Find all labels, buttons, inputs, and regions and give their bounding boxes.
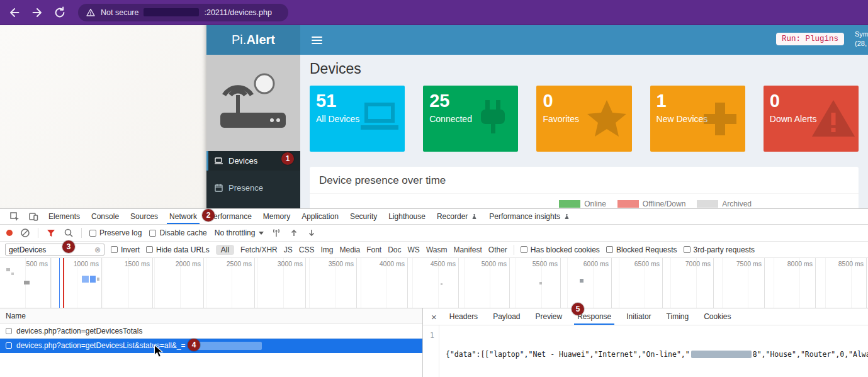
invert-checkbox[interactable]: Invert bbox=[111, 245, 140, 254]
tab-cookies[interactable]: Cookies bbox=[697, 309, 738, 324]
network-conditions-icon[interactable] bbox=[271, 228, 281, 238]
request-row-selected[interactable]: devices.php?action=getDevicesList&status… bbox=[0, 339, 422, 353]
card-new-devices[interactable]: 1 New Devices bbox=[650, 86, 745, 152]
filter-type-chip[interactable]: Doc bbox=[388, 245, 401, 254]
address-bar[interactable]: Not secure :20211/devices.php bbox=[78, 4, 288, 21]
network-activity-mark bbox=[97, 278, 99, 281]
annotation-step-2: 2 bbox=[202, 209, 215, 222]
card-all-devices[interactable]: 51 All Devices bbox=[310, 86, 405, 152]
checkbox-box[interactable] bbox=[521, 246, 527, 253]
clear-icon[interactable] bbox=[20, 228, 30, 238]
legend-online: Online bbox=[559, 200, 606, 208]
devtools-panel: Elements Console Sources Network Perform… bbox=[0, 208, 868, 377]
request-doc-icon bbox=[6, 342, 12, 349]
filter-type-chip[interactable]: WS bbox=[408, 245, 420, 254]
chevron-down-icon bbox=[259, 232, 264, 235]
request-row[interactable]: devices.php?action=getDevicesTotals bbox=[0, 324, 422, 339]
line-number: 1 bbox=[423, 325, 439, 377]
filter-input[interactable] bbox=[9, 245, 92, 254]
network-activity-mark bbox=[6, 268, 10, 271]
checkbox-box[interactable] bbox=[111, 246, 118, 253]
card-connected[interactable]: 25 Connected bbox=[423, 86, 518, 152]
laptop-icon bbox=[357, 96, 402, 142]
filter-icon[interactable] bbox=[46, 228, 56, 238]
checkbox-box[interactable] bbox=[606, 246, 613, 253]
filter-type-chip[interactable]: JS bbox=[284, 245, 293, 254]
network-activity-mark bbox=[82, 276, 89, 283]
tab-elements[interactable]: Elements bbox=[43, 209, 86, 224]
chart-legend: Online Offline/Down Archived bbox=[310, 194, 859, 208]
timeline-tick: 3500 ms bbox=[306, 258, 357, 308]
inspect-icon[interactable] bbox=[5, 209, 24, 224]
tab-initiator[interactable]: Initiator bbox=[619, 309, 658, 324]
card-down-alerts[interactable]: 0 Down Alerts bbox=[764, 86, 859, 152]
filter-type-chip[interactable]: Manifest bbox=[453, 245, 482, 254]
sidebar-item-presence[interactable]: Presence bbox=[206, 178, 300, 198]
preserve-log-checkbox[interactable]: Preserve log bbox=[89, 228, 142, 237]
filter-type-chip[interactable]: Font bbox=[366, 245, 381, 254]
network-overview-timeline[interactable]: 500 ms 1000 ms 1500 ms 2000 ms 2500 ms 3… bbox=[0, 258, 868, 308]
pialert-logo: Pi.Alert bbox=[206, 25, 300, 55]
pialert-main: Run: Plugins Sym (28, Devices 51 All Dev… bbox=[300, 25, 868, 208]
sidebar-item-label: Devices bbox=[228, 156, 257, 166]
third-party-requests-checkbox[interactable]: 3rd-party requests bbox=[684, 245, 755, 254]
timeline-tick: 1500 ms bbox=[102, 258, 153, 308]
tab-preview[interactable]: Preview bbox=[529, 309, 570, 324]
filter-type-chip[interactable]: CSS bbox=[299, 245, 315, 254]
timeline-tick: 2500 ms bbox=[204, 258, 255, 308]
page-title: Devices bbox=[310, 60, 868, 77]
run-plugins-button[interactable]: Run: Plugins bbox=[776, 33, 844, 45]
filter-type-chip[interactable]: Fetch/XHR bbox=[240, 245, 278, 254]
timeline-tick: 8500 ms bbox=[816, 258, 867, 308]
search-icon[interactable] bbox=[64, 228, 74, 238]
star-icon bbox=[584, 96, 629, 142]
filter-type-chip[interactable]: Img bbox=[320, 245, 333, 254]
tab-application[interactable]: Application bbox=[296, 209, 344, 224]
annotation-step-1: 1 bbox=[281, 152, 294, 165]
pialert-sidebar: Pi.Alert Devices Presence bbox=[206, 25, 300, 208]
name-column-header[interactable]: Name bbox=[0, 308, 422, 324]
import-har-icon[interactable] bbox=[289, 228, 299, 238]
tab-memory[interactable]: Memory bbox=[257, 209, 296, 224]
reload-icon[interactable] bbox=[53, 6, 67, 20]
forward-icon[interactable] bbox=[30, 6, 44, 20]
filter-type-chip[interactable]: Other bbox=[488, 245, 507, 254]
load-event-line bbox=[63, 258, 64, 308]
filter-type-all[interactable]: All bbox=[216, 245, 234, 255]
filter-type-chip[interactable]: Media bbox=[339, 245, 360, 254]
divider bbox=[81, 228, 82, 238]
export-har-icon[interactable] bbox=[307, 228, 317, 238]
pialert-navbar: Run: Plugins Sym (28, bbox=[300, 25, 868, 55]
filter-type-chip[interactable]: Wasm bbox=[426, 245, 448, 254]
has-blocked-cookies-checkbox[interactable]: Has blocked cookies bbox=[521, 245, 600, 254]
record-button[interactable] bbox=[6, 230, 13, 236]
checkbox-box[interactable] bbox=[149, 230, 156, 237]
checkbox-box[interactable] bbox=[684, 246, 690, 253]
network-activity-mark bbox=[441, 283, 442, 285]
timeline-tick: 3000 ms bbox=[255, 258, 306, 308]
tab-lighthouse[interactable]: Lighthouse bbox=[383, 209, 431, 224]
close-icon[interactable]: × bbox=[427, 312, 441, 322]
checkbox-box[interactable] bbox=[89, 230, 96, 237]
disable-cache-checkbox[interactable]: Disable cache bbox=[149, 228, 206, 237]
tab-recorder[interactable]: Recorder bbox=[431, 209, 483, 224]
throttling-select[interactable]: No throttling bbox=[215, 228, 264, 237]
filter-input-box[interactable]: ⊗ bbox=[5, 244, 104, 256]
tab-timing[interactable]: Timing bbox=[660, 309, 696, 324]
clear-filter-icon[interactable]: ⊗ bbox=[94, 245, 101, 254]
tab-performance-insights[interactable]: Performance insights bbox=[483, 209, 576, 224]
hide-data-urls-checkbox[interactable]: Hide data URLs bbox=[146, 245, 210, 254]
checkbox-box[interactable] bbox=[146, 246, 153, 253]
device-toolbar-icon[interactable] bbox=[24, 209, 43, 224]
tab-payload[interactable]: Payload bbox=[486, 309, 527, 324]
tab-network[interactable]: Network bbox=[164, 209, 203, 224]
tab-headers[interactable]: Headers bbox=[442, 309, 485, 324]
tab-sources[interactable]: Sources bbox=[125, 209, 164, 224]
tab-security[interactable]: Security bbox=[344, 209, 383, 224]
blocked-requests-checkbox[interactable]: Blocked Requests bbox=[606, 245, 677, 254]
back-icon[interactable] bbox=[8, 6, 21, 20]
card-favorites[interactable]: 0 Favorites bbox=[536, 86, 631, 152]
hamburger-menu-icon[interactable] bbox=[312, 37, 322, 44]
tab-console[interactable]: Console bbox=[86, 209, 125, 224]
devtools-tabbar: Elements Console Sources Network Perform… bbox=[0, 209, 868, 225]
